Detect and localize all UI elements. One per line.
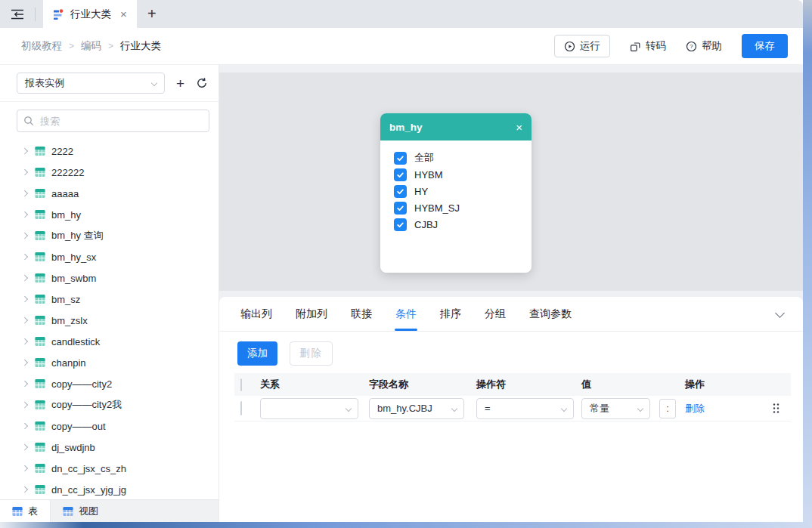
breadcrumb-item[interactable]: 初级教程 — [21, 39, 62, 53]
tree-item[interactable]: copy——out — [0, 415, 218, 437]
detail-tab[interactable]: 附加列 — [296, 297, 327, 331]
table-card-header[interactable]: bm_hy × — [380, 113, 532, 140]
chevron-right-icon[interactable] — [23, 444, 29, 450]
transcode-button[interactable]: 转码 — [630, 39, 666, 53]
checkbox-checked-icon[interactable] — [394, 152, 407, 165]
row-checkbox[interactable] — [240, 401, 242, 415]
help-button[interactable]: ? 帮助 — [686, 39, 722, 53]
table-icon — [35, 336, 45, 347]
field-row[interactable]: 全部 — [394, 150, 532, 166]
add-instance-button[interactable]: + — [176, 76, 184, 91]
tree-item[interactable]: copy——city2 — [0, 373, 218, 394]
breadcrumb-separator: > — [101, 41, 120, 51]
chevron-right-icon[interactable] — [23, 360, 29, 366]
chevron-down-icon — [451, 405, 457, 411]
value-type-select-value: 常量 — [590, 402, 609, 415]
tree-item[interactable]: bm_sz — [0, 289, 218, 310]
detail-tab[interactable]: 分组 — [485, 297, 506, 331]
chevron-right-icon[interactable] — [23, 317, 29, 323]
delete-condition-button[interactable]: 删除 — [290, 341, 333, 366]
tree-item[interactable]: bm_swbm — [0, 267, 218, 289]
chevron-right-icon[interactable] — [23, 486, 29, 492]
table-icon — [35, 421, 45, 431]
tree-item[interactable]: 222222 — [0, 162, 218, 183]
select-all-checkbox[interactable] — [240, 378, 242, 391]
tab-active[interactable]: 行业大类 × — [43, 0, 137, 28]
tree-item[interactable]: bm_hy_sx — [0, 246, 218, 267]
tree-item[interactable]: dn_cc_jsx_cs_zh — [0, 458, 218, 479]
detail-tab[interactable]: 输出列 — [240, 297, 272, 331]
chevron-right-icon[interactable] — [23, 190, 29, 196]
tree-item[interactable]: dj_swdjnb — [0, 437, 218, 458]
tree-item[interactable]: copy——city2我 — [0, 394, 218, 415]
search-wrap — [0, 102, 218, 138]
refresh-button[interactable] — [196, 77, 208, 89]
tree-item[interactable]: 2222 — [0, 140, 218, 162]
tree-item[interactable]: bm_hy — [0, 204, 218, 225]
chevron-right-icon[interactable] — [23, 465, 29, 471]
sidebar-bottom-tab[interactable]: 视图 — [51, 500, 218, 522]
detail-tab[interactable]: 条件 — [395, 297, 417, 331]
query-canvas[interactable]: bm_hy × — [219, 73, 803, 291]
checkbox-checked-icon[interactable] — [394, 185, 407, 198]
chevron-right-icon[interactable] — [23, 402, 29, 408]
chevron-right-icon[interactable] — [23, 296, 29, 302]
chevron-right-icon[interactable] — [23, 254, 29, 260]
chevron-right-icon[interactable] — [23, 212, 29, 218]
tab-close-icon[interactable]: × — [120, 8, 127, 20]
tree-item[interactable]: chanpin — [0, 352, 218, 373]
checkbox-checked-icon[interactable] — [394, 202, 407, 215]
detail-tab[interactable]: 查询参数 — [529, 297, 572, 331]
breadcrumb-current: 行业大类 — [120, 39, 161, 53]
chevron-right-icon[interactable] — [23, 338, 29, 344]
chevron-right-icon[interactable] — [23, 233, 29, 239]
tab-bar: 行业大类 × + — [0, 0, 803, 28]
search-input[interactable] — [17, 110, 209, 132]
chevron-right-icon[interactable] — [23, 148, 29, 154]
value-type-select[interactable]: 常量 — [581, 398, 650, 419]
breadcrumb-item[interactable]: 编码 — [81, 39, 101, 53]
screen: 行业大类 × + 初级教程 > 编码 > 行业大类 运行 — [0, 0, 812, 528]
field-label: HY — [414, 186, 428, 197]
tree-item[interactable]: bm_zslx — [0, 310, 218, 331]
checkbox-checked-icon[interactable] — [394, 218, 407, 231]
tree-item-label: chanpin — [51, 357, 86, 369]
sidebar-bottom-tab[interactable]: 表 — [0, 500, 51, 522]
card-close-icon[interactable]: × — [516, 122, 522, 133]
field-select[interactable]: bm_hy.CJBJ — [369, 398, 464, 419]
checkbox-checked-icon[interactable] — [394, 168, 407, 181]
field-row[interactable]: HY — [394, 183, 532, 199]
field-row[interactable]: CJBJ — [394, 216, 532, 233]
field-row[interactable]: HYBM_SJ — [394, 199, 532, 216]
new-tab-button[interactable]: + — [137, 0, 167, 28]
chevron-right-icon[interactable] — [23, 275, 29, 281]
value-more-button[interactable]: : — [659, 399, 676, 418]
save-button[interactable]: 保存 — [742, 34, 788, 58]
chevron-down-icon — [346, 405, 352, 411]
table-view-icon — [63, 506, 73, 517]
tree-item[interactable]: dn_cc_jsx_yjg_jg — [0, 479, 218, 499]
chevron-right-icon[interactable] — [23, 169, 29, 175]
chevron-right-icon[interactable] — [23, 423, 29, 429]
add-condition-button[interactable]: 添加 — [237, 341, 277, 366]
table-icon — [35, 294, 45, 304]
transcode-label: 转码 — [646, 39, 666, 53]
condition-table: 关系 字段名称 操作符 值 操作 — [234, 373, 791, 421]
panel-collapse-chevron-icon[interactable] — [775, 308, 785, 318]
run-button[interactable]: 运行 — [554, 35, 610, 57]
operator-select[interactable]: = — [476, 398, 574, 419]
field-row[interactable]: HYBM — [394, 166, 532, 183]
tree-item[interactable]: bm_hy 查询 — [0, 225, 218, 246]
collapse-sidebar-button[interactable] — [0, 0, 35, 28]
delete-row-link[interactable]: 删除 — [685, 403, 705, 414]
tree-item-label: candlestick — [51, 336, 100, 347]
detail-tab[interactable]: 排序 — [440, 297, 461, 331]
relation-select[interactable] — [260, 398, 358, 419]
row-drag-handle[interactable] — [761, 403, 791, 414]
instance-type-select[interactable]: 报表实例 — [17, 73, 165, 94]
tree-item[interactable]: candlestick — [0, 331, 218, 352]
chevron-right-icon[interactable] — [23, 381, 29, 387]
tree-item[interactable]: aaaaa — [0, 183, 218, 204]
detail-tab[interactable]: 联接 — [351, 297, 372, 331]
table-card-bm_hy[interactable]: bm_hy × — [380, 113, 532, 273]
